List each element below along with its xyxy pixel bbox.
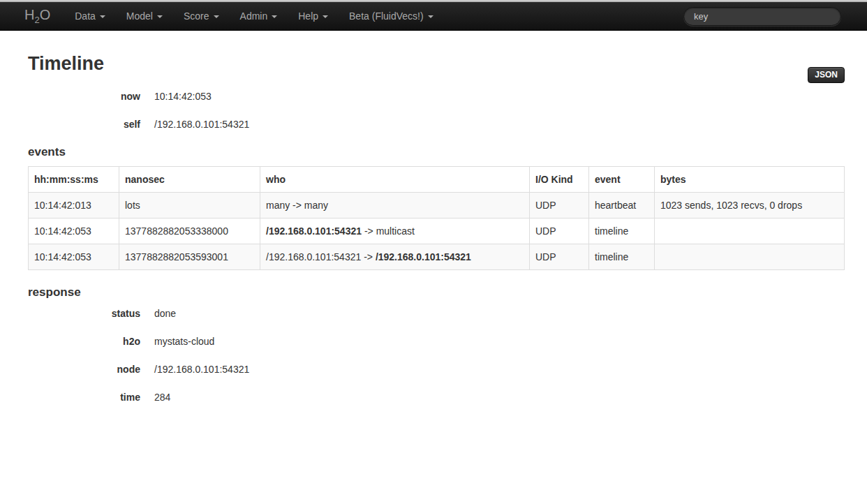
- navbar-search-form: [683, 7, 841, 26]
- col-header-iokind: I/O Kind: [530, 167, 589, 193]
- who-arrow: ->: [361, 251, 376, 262]
- meta-row-self: self /192.168.0.101:54321: [28, 117, 845, 131]
- cell-time: 10:14:42:053: [29, 218, 119, 244]
- response-row-h2o: h2o mystats-cloud: [28, 334, 845, 348]
- header-row: hh:mm:ss:ms nanosec who I/O Kind event b…: [29, 167, 845, 193]
- cell-nanosec: 1377882882053338000: [119, 218, 260, 244]
- col-header-who: who: [260, 167, 530, 193]
- nav-item-help: Help: [288, 2, 339, 30]
- events-heading: events: [28, 145, 845, 159]
- cell-nanosec: 1377882882053593001: [119, 244, 260, 270]
- events-table: hh:mm:ss:ms nanosec who I/O Kind event b…: [28, 166, 845, 270]
- table-row: 10:14:42:053 1377882882053338000 /192.16…: [29, 218, 845, 244]
- brand-logo[interactable]: H2O: [0, 2, 64, 30]
- meta-label: self: [28, 117, 140, 131]
- navbar: H2O Data Model Score Admin Help Beta (Fl…: [0, 2, 867, 31]
- page-title: Timeline: [28, 53, 845, 74]
- response-row-status: status done: [28, 306, 845, 320]
- cell-who: /192.168.0.101:54321 -> multicast: [260, 218, 530, 244]
- cell-time: 10:14:42:053: [29, 244, 119, 270]
- nav-label: Admin: [240, 10, 268, 22]
- cell-who: many -> many: [260, 193, 530, 218]
- cell-event: timeline: [589, 244, 655, 270]
- nav-link-score[interactable]: Score: [173, 2, 230, 30]
- events-table-header: hh:mm:ss:ms nanosec who I/O Kind event b…: [29, 167, 845, 193]
- nav-link-data[interactable]: Data: [64, 2, 116, 30]
- brand-sub: 2: [34, 15, 39, 25]
- brand-h: H: [24, 7, 34, 22]
- cell-bytes: 1023 sends, 1023 recvs, 0 drops: [655, 193, 845, 218]
- response-value: mystats-cloud: [154, 334, 214, 348]
- nav-link-help[interactable]: Help: [288, 2, 339, 30]
- brand-o: O: [40, 7, 51, 22]
- table-row: 10:14:42:053 1377882882053593001 /192.16…: [29, 244, 845, 270]
- who-to: /192.168.0.101:54321: [376, 251, 471, 262]
- nav-item-data: Data: [64, 2, 116, 30]
- main-content: JSON Timeline now 10:14:42:053 self /192…: [0, 53, 867, 404]
- who-from: many: [266, 200, 290, 211]
- search-input[interactable]: [683, 7, 841, 26]
- nav-link-beta[interactable]: Beta (FluidVecs!): [339, 2, 444, 30]
- col-header-time: hh:mm:ss:ms: [29, 167, 119, 193]
- who-arrow: ->: [362, 225, 376, 237]
- col-header-nanosec: nanosec: [119, 167, 260, 193]
- cell-iokind: UDP: [530, 218, 589, 244]
- meta-value: /192.168.0.101:54321: [154, 117, 249, 131]
- response-value: done: [154, 306, 176, 320]
- nav-link-model[interactable]: Model: [116, 2, 173, 30]
- caret-down-icon: [323, 15, 328, 18]
- nav-link-admin[interactable]: Admin: [230, 2, 288, 30]
- response-fields: status done h2o mystats-cloud node /192.…: [28, 306, 845, 404]
- meta-label: now: [28, 89, 140, 103]
- caret-down-icon: [157, 15, 163, 18]
- who-from: /192.168.0.101:54321: [266, 225, 362, 237]
- cell-time: 10:14:42:013: [29, 193, 119, 218]
- nav-item-admin: Admin: [230, 2, 288, 30]
- cell-iokind: UDP: [530, 193, 589, 218]
- caret-down-icon: [100, 15, 105, 18]
- col-header-bytes: bytes: [655, 167, 845, 193]
- response-value: 284: [154, 390, 170, 404]
- table-row: 10:14:42:013 lots many -> many UDP heart…: [29, 193, 845, 218]
- nav-item-beta: Beta (FluidVecs!): [339, 2, 444, 30]
- nav-label: Data: [75, 10, 96, 22]
- response-label: status: [28, 306, 140, 320]
- nav-item-model: Model: [116, 2, 173, 30]
- json-button[interactable]: JSON: [808, 67, 845, 83]
- cell-iokind: UDP: [530, 244, 589, 270]
- nav-label: Model: [126, 10, 153, 22]
- nav-item-score: Score: [173, 2, 230, 30]
- timeline-meta: now 10:14:42:053 self /192.168.0.101:543…: [28, 89, 845, 131]
- response-value: /192.168.0.101:54321: [154, 362, 249, 376]
- response-row-node: node /192.168.0.101:54321: [28, 362, 845, 376]
- caret-down-icon: [272, 15, 277, 18]
- cell-nanosec: lots: [119, 193, 260, 218]
- response-label: node: [28, 362, 140, 376]
- response-heading: response: [28, 286, 845, 299]
- response-label: time: [28, 390, 140, 404]
- cell-event: timeline: [589, 218, 655, 244]
- who-to: multicast: [376, 225, 415, 237]
- caret-down-icon: [214, 15, 219, 18]
- response-row-time: time 284: [28, 390, 845, 404]
- cell-who: /192.168.0.101:54321 -> /192.168.0.101:5…: [260, 244, 530, 270]
- who-from: /192.168.0.101:54321: [266, 251, 361, 262]
- who-to: many: [304, 200, 328, 211]
- meta-value: 10:14:42:053: [154, 89, 212, 103]
- nav-label: Beta (FluidVecs!): [349, 10, 424, 22]
- col-header-event: event: [589, 167, 655, 193]
- nav-label: Help: [298, 10, 318, 22]
- cell-bytes: [655, 244, 845, 270]
- response-label: h2o: [28, 334, 140, 348]
- meta-row-now: now 10:14:42:053: [28, 89, 845, 103]
- cell-bytes: [655, 218, 845, 244]
- cell-event: heartbeat: [589, 193, 655, 218]
- who-arrow: ->: [290, 200, 304, 211]
- caret-down-icon: [428, 15, 434, 18]
- navbar-menu: Data Model Score Admin Help Beta (FluidV…: [64, 2, 443, 30]
- nav-label: Score: [184, 10, 209, 22]
- events-table-body: 10:14:42:013 lots many -> many UDP heart…: [29, 193, 845, 270]
